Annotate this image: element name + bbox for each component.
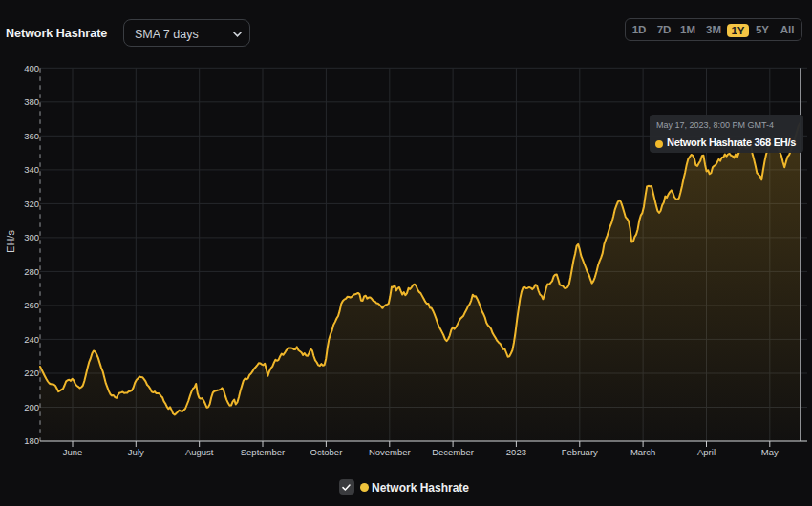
svg-text:280: 280 [24, 266, 39, 277]
svg-text:June: June [63, 447, 83, 457]
svg-text:180: 180 [24, 435, 39, 446]
svg-text:December: December [432, 447, 474, 457]
svg-text:October: October [310, 447, 343, 457]
svg-text:May: May [761, 447, 779, 457]
svg-text:400: 400 [24, 63, 39, 74]
svg-text:260: 260 [24, 300, 39, 310]
svg-text:300: 300 [24, 232, 39, 242]
svg-text:July: July [128, 447, 144, 457]
svg-text:March: March [630, 447, 655, 457]
svg-text:340: 340 [24, 164, 39, 175]
svg-text:360: 360 [24, 131, 39, 141]
svg-text:February: February [562, 447, 598, 457]
svg-text:240: 240 [24, 334, 39, 345]
svg-text:320: 320 [24, 199, 39, 209]
svg-text:2023: 2023 [506, 447, 526, 457]
svg-text:April: April [697, 447, 716, 457]
svg-text:220: 220 [24, 368, 39, 378]
svg-text:August: August [185, 447, 214, 457]
svg-text:200: 200 [24, 402, 39, 412]
svg-text:September: September [241, 447, 285, 457]
svg-text:EH/s: EH/s [5, 230, 16, 253]
svg-text:380: 380 [24, 96, 39, 107]
svg-text:November: November [369, 447, 411, 457]
